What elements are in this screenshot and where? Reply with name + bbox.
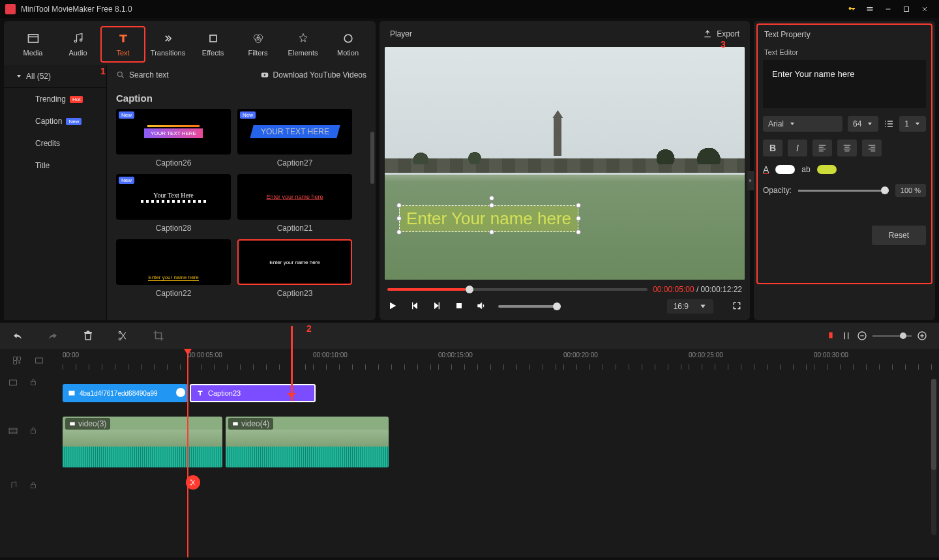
lock-icon[interactable] (29, 377, 38, 387)
section-title: Caption (107, 85, 376, 109)
collapse-track-icon[interactable] (34, 355, 44, 366)
library-content: Search text Download YouTube Videos Capt… (107, 65, 376, 320)
line-spacing-icon (884, 119, 894, 129)
sidebar-all[interactable]: All (52) (4, 65, 106, 88)
redo-button[interactable] (47, 330, 59, 342)
caption-card[interactable]: Enter your name hereCaption23 (237, 239, 352, 298)
zoom-out-button[interactable] (857, 331, 867, 341)
image-clip[interactable]: 4ba1d4f7617edd68490a99 (63, 384, 188, 402)
volume-slider[interactable] (498, 305, 561, 308)
tab-text[interactable]: Text (100, 26, 145, 63)
timeline-scrollbar[interactable] (931, 379, 936, 535)
svg-rect-7 (456, 303, 462, 308)
search-input[interactable]: Search text (116, 70, 169, 80)
timeline-ruler[interactable]: 00:00 00:00:05:00 00:00:10:00 00:00:15:0… (0, 349, 939, 375)
zoom-slider[interactable] (872, 335, 912, 337)
download-youtube-link[interactable]: Download YouTube Videos (260, 70, 366, 80)
svg-rect-19 (31, 484, 36, 488)
sidebar-item-credits[interactable]: Credits (4, 132, 106, 155)
svg-rect-8 (829, 332, 832, 338)
video-track[interactable]: video(3) video(4) (63, 417, 939, 467)
prev-button[interactable] (410, 301, 420, 313)
sidebar-item-caption[interactable]: CaptionNew (4, 110, 106, 132)
seek-bar[interactable] (387, 288, 648, 291)
bold-button[interactable]: B (763, 140, 782, 156)
delete-button[interactable] (82, 330, 94, 342)
video-preview[interactable]: Enter Your name here (385, 47, 745, 280)
svg-rect-22 (233, 422, 238, 426)
lock-icon[interactable] (29, 426, 38, 435)
playhead[interactable] (187, 349, 188, 557)
time-total: 00:00:12:22 (701, 285, 742, 294)
italic-button[interactable]: I (788, 140, 807, 156)
sidebar-item-trending[interactable]: TrendingHot (4, 88, 106, 110)
tab-audio[interactable]: Audio (55, 26, 100, 63)
main-toolbar: Media Audio Text Transitions Effects Fil… (4, 21, 376, 65)
player-pane: Player Export Enter Your name here 00:00… (380, 21, 750, 320)
menu-icon[interactable] (861, 0, 879, 18)
svg-rect-12 (18, 357, 21, 361)
lock-icon[interactable] (29, 480, 38, 490)
aspect-ratio-select[interactable]: 16:9 (667, 299, 713, 314)
tab-effects[interactable]: Effects (190, 26, 235, 63)
svg-point-4 (344, 35, 352, 42)
library-scrollbar[interactable] (370, 132, 374, 184)
opacity-slider[interactable] (798, 190, 889, 192)
annotation-1: 1 (100, 66, 106, 76)
caption-card[interactable]: NewYOUR TEXT HERECaption27 (237, 109, 352, 168)
align-left-button[interactable] (812, 140, 832, 156)
font-size-select[interactable]: 64 (848, 116, 878, 132)
text-color-button[interactable]: A (763, 164, 769, 175)
caption-card[interactable]: NewYour Text HereCaption28 (116, 174, 231, 233)
video-clip-2[interactable]: video(4) (226, 417, 389, 467)
text-track[interactable]: 4ba1d4f7617edd68490a99 Caption23 (63, 375, 939, 415)
svg-rect-11 (14, 357, 17, 361)
minimize-icon[interactable] (879, 0, 897, 18)
highlight-color-button[interactable]: ab (801, 165, 810, 174)
align-right-button[interactable] (862, 140, 882, 156)
stop-button[interactable] (454, 301, 464, 313)
text-editor-input[interactable]: Enter Your name here (763, 60, 926, 108)
text-overlay-box[interactable]: Enter Your name here (399, 205, 578, 232)
fullscreen-button[interactable] (732, 301, 742, 313)
reset-button[interactable]: Reset (872, 226, 926, 245)
crop-button[interactable] (153, 330, 164, 342)
svg-rect-18 (31, 430, 36, 433)
tab-media[interactable]: Media (10, 26, 55, 63)
caption-card[interactable]: Enter your name hereCaption22 (116, 239, 231, 298)
export-button[interactable]: Export (702, 29, 739, 39)
highlight-color-swatch[interactable] (817, 165, 837, 174)
marker-icon[interactable] (826, 331, 836, 341)
category-sidebar: All (52) TrendingHot CaptionNew Credits … (4, 65, 107, 320)
app-title: MiniTool MovieMaker Free 8.1.0 (21, 5, 132, 14)
key-icon[interactable] (842, 0, 861, 18)
close-icon[interactable] (916, 0, 934, 18)
text-color-swatch[interactable] (775, 165, 795, 174)
tab-motion[interactable]: Motion (325, 26, 370, 63)
caption-card[interactable]: NewYOUR TEXT HERECaption26 (116, 109, 231, 168)
timeline-toolbar (0, 323, 939, 349)
tab-filters[interactable]: Filters (235, 26, 280, 63)
maximize-icon[interactable] (897, 0, 916, 18)
tab-elements[interactable]: Elements (280, 26, 325, 63)
snap-icon[interactable] (841, 331, 852, 341)
sidebar-item-title[interactable]: Title (4, 155, 106, 177)
split-button[interactable] (117, 330, 129, 342)
cut-marker-icon[interactable] (186, 475, 200, 490)
align-center-button[interactable] (837, 140, 857, 156)
tab-transitions[interactable]: Transitions (145, 26, 190, 63)
zoom-in-button[interactable] (917, 331, 927, 341)
spacing-select[interactable]: 1 (899, 116, 926, 132)
add-track-icon[interactable] (12, 355, 22, 366)
text-clip[interactable]: Caption23 (190, 384, 316, 402)
font-select[interactable]: Arial (763, 116, 842, 132)
video-clip-1[interactable]: video(3) (63, 417, 222, 467)
undo-button[interactable] (12, 330, 23, 342)
volume-icon[interactable] (476, 301, 486, 313)
expand-tab-icon[interactable] (747, 171, 754, 190)
svg-point-24 (190, 484, 192, 486)
rotate-handle-icon[interactable] (489, 196, 494, 201)
caption-card[interactable]: Enter your name hereCaption21 (237, 174, 352, 233)
play-button[interactable] (387, 301, 398, 313)
next-button[interactable] (432, 301, 442, 313)
